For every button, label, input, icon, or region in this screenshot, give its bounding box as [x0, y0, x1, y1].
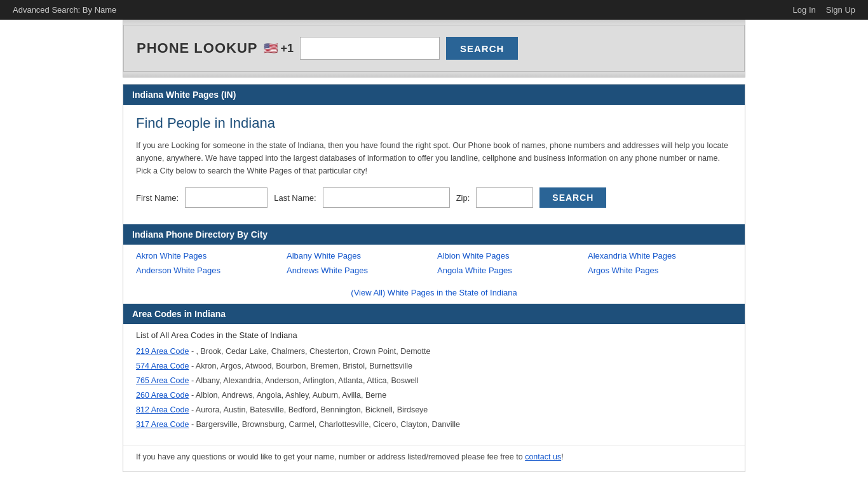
zip-label: Zip:: [456, 193, 470, 203]
city-link[interactable]: Alexandria White Pages: [588, 251, 732, 261]
city-link[interactable]: Albion White Pages: [437, 251, 581, 261]
city-link[interactable]: Argos White Pages: [588, 266, 732, 275]
lookup-wrapper: PHONE LOOKUP 🇺🇸 +1 SEARCH: [123, 20, 745, 78]
city-links-grid: Akron White PagesAlbany White PagesAlbio…: [123, 245, 745, 281]
login-link[interactable]: Log In: [793, 5, 816, 15]
people-search-form: First Name: Last Name: Zip: SEARCH: [136, 187, 732, 208]
indiana-page-title: Find People in Indiana: [136, 115, 732, 132]
flag-icon: 🇺🇸: [264, 41, 278, 55]
area-code-description: - Aurora, Austin, Batesville, Bedford, B…: [189, 405, 428, 414]
city-link[interactable]: Angola White Pages: [437, 266, 581, 275]
country-code: 🇺🇸 +1: [264, 41, 294, 55]
phone-lookup-title: PHONE LOOKUP: [137, 40, 257, 57]
zip-input[interactable]: [476, 187, 533, 208]
phone-search-button[interactable]: SEARCH: [446, 37, 518, 60]
area-codes-section-header: Area Codes in Indiana: [123, 304, 745, 324]
view-all-link-container: (View All) White Pages in the State of I…: [123, 281, 745, 304]
indiana-section-header: Indiana White Pages (IN): [123, 85, 745, 105]
city-link[interactable]: Albany White Pages: [287, 251, 431, 261]
signup-link[interactable]: Sign Up: [826, 5, 855, 15]
city-link[interactable]: Andrews White Pages: [287, 266, 431, 275]
area-code-row: 219 Area Code - , Brook, Cedar Lake, Cha…: [136, 345, 732, 358]
last-name-label: Last Name:: [274, 193, 316, 203]
top-bar: Advanced Search: By Name Log In Sign Up: [0, 0, 868, 20]
phone-lookup-bar: PHONE LOOKUP 🇺🇸 +1 SEARCH: [123, 25, 745, 72]
top-bar-right: Log In Sign Up: [793, 5, 855, 15]
indiana-section-body: Find People in Indiana If you are Lookin…: [123, 105, 745, 224]
city-link[interactable]: Anderson White Pages: [136, 266, 280, 275]
first-name-label: First Name:: [136, 193, 179, 203]
first-name-input[interactable]: [185, 187, 268, 208]
area-code-link[interactable]: 765 Area Code: [136, 376, 189, 385]
advanced-search-label: Advanced Search: By Name: [13, 5, 116, 15]
phone-country-code: +1: [280, 42, 294, 55]
people-search-button[interactable]: SEARCH: [539, 187, 606, 208]
phone-input[interactable]: [300, 37, 440, 60]
area-code-link[interactable]: 219 Area Code: [136, 347, 189, 356]
directory-section-header: Indiana Phone Directory By City: [123, 224, 745, 245]
by-name-link[interactable]: By Name: [83, 5, 116, 15]
top-shadow: [123, 20, 745, 25]
area-code-link[interactable]: 260 Area Code: [136, 391, 189, 400]
area-code-description: - Albany, Alexandria, Anderson, Arlingto…: [189, 376, 418, 385]
area-code-row: 317 Area Code - Bargersville, Brownsburg…: [136, 418, 732, 431]
area-code-description: - Albion, Andrews, Angola, Ashley, Aubur…: [189, 391, 386, 400]
area-code-row: 812 Area Code - Aurora, Austin, Batesvil…: [136, 403, 732, 416]
area-code-description: - , Brook, Cedar Lake, Chalmers, Chester…: [189, 347, 430, 356]
area-code-row: 574 Area Code - Akron, Argos, Atwood, Bo…: [136, 360, 732, 372]
main-content: Indiana White Pages (IN) Find People in …: [123, 84, 745, 472]
area-code-description: - Akron, Argos, Atwood, Bourbon, Bremen,…: [189, 362, 412, 370]
last-name-input[interactable]: [323, 187, 450, 208]
contact-note: If you have any questions or would like …: [123, 445, 745, 471]
area-codes-list: 219 Area Code - , Brook, Cedar Lake, Cha…: [136, 345, 732, 431]
bottom-shadow: [123, 72, 745, 77]
area-code-link[interactable]: 812 Area Code: [136, 405, 189, 414]
area-code-row: 260 Area Code - Albion, Andrews, Angola,…: [136, 389, 732, 402]
area-code-description: - Bargersville, Brownsburg, Carmel, Char…: [189, 420, 460, 429]
contact-note-text: If you have any questions or would like …: [136, 452, 564, 461]
city-link[interactable]: Akron White Pages: [136, 251, 280, 261]
area-code-link[interactable]: 574 Area Code: [136, 362, 189, 370]
area-code-row: 765 Area Code - Albany, Alexandria, Ande…: [136, 374, 732, 387]
view-all-link[interactable]: (View All) White Pages in the State of I…: [351, 288, 517, 297]
indiana-description: If you are Looking for someone in the st…: [136, 139, 732, 177]
area-codes-intro: List of All Area Codes in the State of I…: [136, 330, 732, 340]
area-code-link[interactable]: 317 Area Code: [136, 420, 189, 429]
contact-link[interactable]: contact us: [525, 452, 561, 461]
area-codes-body: List of All Area Codes in the State of I…: [123, 324, 745, 443]
